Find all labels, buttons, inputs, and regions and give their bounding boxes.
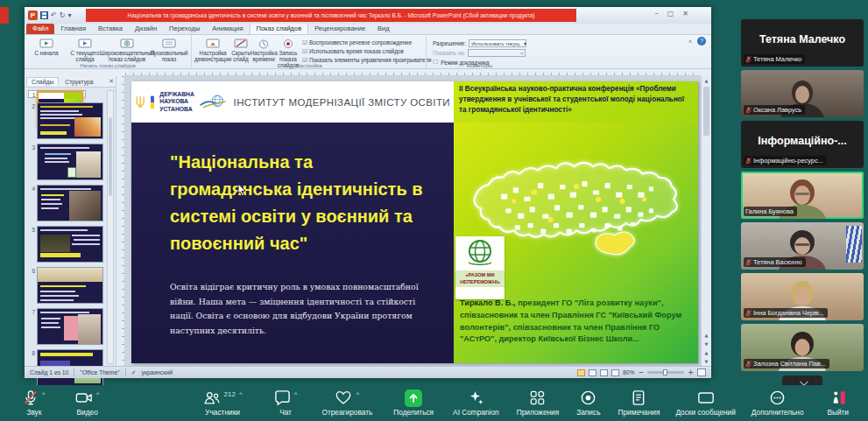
slide-sorter-view-icon[interactable] bbox=[589, 369, 596, 376]
from-beginning-button[interactable]: С начала bbox=[27, 37, 66, 61]
tab-design[interactable]: Дизайн bbox=[129, 24, 163, 34]
institute-globe-logo-icon bbox=[200, 88, 229, 117]
setup-slideshow-button[interactable]: Настройка демонстрации bbox=[194, 37, 231, 61]
tab-file[interactable]: Файл bbox=[26, 24, 54, 34]
quick-access-toolbar: P ↶ ↻ ▾ bbox=[28, 11, 71, 20]
leave-button[interactable]: Выйти bbox=[827, 389, 849, 417]
chat-button[interactable]: ^ Чат bbox=[274, 389, 298, 417]
from-current-slide-button[interactable]: С текущего слайда bbox=[66, 37, 104, 61]
audio-button[interactable]: ^ Звук bbox=[23, 389, 46, 417]
participant-tile[interactable]: Тетяна Малечко Тетяна Малечко bbox=[741, 19, 864, 67]
participants-options-caret[interactable]: ^ bbox=[239, 390, 243, 398]
group-start-slideshow: С начала С текущего слайда Широковещател… bbox=[25, 35, 191, 68]
reactions-options-caret[interactable]: ^ bbox=[356, 390, 359, 398]
language-indicator[interactable]: украинский bbox=[142, 369, 173, 375]
participants-button[interactable]: 212 ^ Участники bbox=[203, 389, 243, 417]
video-options-caret[interactable]: ^ bbox=[96, 390, 100, 398]
next-slide-icon[interactable]: ▼ bbox=[702, 357, 711, 366]
participant-tile-active-speaker[interactable]: Галина Буянова bbox=[741, 172, 864, 219]
slides-tab[interactable]: Слайды bbox=[26, 77, 59, 86]
heart-icon bbox=[335, 389, 352, 406]
help-icon[interactable]: ? bbox=[697, 37, 706, 46]
flag-backdrop bbox=[846, 226, 862, 263]
whiteboard-icon bbox=[697, 389, 715, 406]
audio-options-caret[interactable]: ^ bbox=[42, 390, 46, 398]
zoom-in-icon[interactable]: + bbox=[688, 368, 694, 376]
undo-icon[interactable]: ↶ bbox=[51, 11, 57, 19]
outline-tab[interactable]: Структура bbox=[60, 78, 97, 86]
tab-view[interactable]: Вид bbox=[371, 24, 396, 34]
slide-body-text: Освіта відіграє критичну роль в умовах п… bbox=[170, 280, 427, 339]
show-on-dropdown: ▾ bbox=[468, 49, 526, 57]
custom-slideshow-button[interactable]: Произвольный показ bbox=[150, 37, 188, 61]
fit-to-window-icon[interactable] bbox=[697, 368, 706, 376]
notes-button[interactable]: Примечания bbox=[617, 389, 660, 417]
theme-name: "Office Theme" bbox=[80, 369, 119, 375]
normal-view-icon[interactable] bbox=[577, 369, 585, 376]
slide-thumbnail-6[interactable]: 6 bbox=[28, 267, 105, 304]
more-button[interactable]: Дополнительно bbox=[752, 389, 804, 417]
reading-view-icon[interactable] bbox=[600, 369, 608, 376]
chat-options-caret[interactable]: ^ bbox=[294, 390, 298, 398]
broadcast-slideshow-button[interactable]: Широковещательный показ слайдов bbox=[104, 37, 150, 61]
slide-left-panel: "Національна та громадянська ідентичніст… bbox=[131, 123, 454, 363]
powerpoint-icon: P bbox=[28, 11, 38, 20]
checkbox-use-timings[interactable]: ☑ Использовать время показа слайдов bbox=[302, 48, 431, 55]
slide-thumbnail-2[interactable]: 2 bbox=[28, 102, 105, 139]
participant-tile[interactable]: Оксана Лаврусь bbox=[741, 70, 864, 117]
apps-button[interactable]: Приложения bbox=[517, 389, 560, 417]
tab-home[interactable]: Главная bbox=[54, 24, 92, 34]
minimize-button[interactable]: – bbox=[655, 10, 659, 18]
ribbon-tabs: Файл Главная Вставка Дизайн Переходы Ани… bbox=[25, 24, 711, 35]
slide-canvas[interactable]: ДЕРЖАВНА НАУКОВА УСТАНОВА ІНСТИТУТ МОДЕР… bbox=[131, 81, 698, 363]
collapse-ribbon-icon[interactable]: ˄ bbox=[688, 39, 692, 45]
slide-thumbnail-3[interactable]: 3 bbox=[28, 144, 105, 180]
participant-tile[interactable]: Інна Богданівна Черві... bbox=[741, 273, 864, 320]
record-slideshow-button[interactable]: Запись показа слайдов bbox=[278, 37, 299, 61]
meeting-toolbar: ^ Звук ^ Видео 212 ^ Участники bbox=[0, 385, 868, 421]
reactions-button[interactable]: ^ Отреагировать bbox=[321, 389, 372, 417]
qat-customize-icon[interactable]: ▾ bbox=[67, 11, 71, 19]
trident-emblem-icon bbox=[135, 89, 145, 116]
tab-transitions[interactable]: Переходы bbox=[163, 24, 206, 34]
participant-tile[interactable]: Тетяна Васюхно bbox=[741, 222, 864, 270]
checkbox-play-narrations[interactable]: ☑ Воспроизвести речевое сопровождение bbox=[302, 39, 431, 46]
slide-scrollbar[interactable]: ▲ ▲ ▼ ▲ ▼ bbox=[701, 76, 711, 366]
tab-insert[interactable]: Вставка bbox=[92, 24, 129, 34]
redo-icon[interactable]: ↻ bbox=[60, 11, 66, 19]
participant-tile[interactable]: Інформаційно-... Інформаційно-ресурс... bbox=[741, 121, 864, 168]
ai-companion-button[interactable]: AI Companion bbox=[453, 389, 499, 417]
panel-scrollbar[interactable] bbox=[107, 90, 114, 364]
vertical-ruler bbox=[116, 76, 125, 366]
slide-thumbnail-4[interactable]: 4 bbox=[28, 185, 105, 221]
hide-slide-button[interactable]: Скрыть слайд bbox=[231, 37, 251, 61]
participant-tile[interactable]: Залозна Світлана Пав... bbox=[741, 324, 864, 371]
slide-thumbnail-1[interactable]: 1 bbox=[28, 90, 86, 98]
powerpoint-window: P ↶ ↻ ▾ Національна та громадянська іден… bbox=[25, 7, 711, 378]
muted-mic-icon bbox=[745, 107, 752, 114]
slideshow-view-icon[interactable] bbox=[611, 369, 619, 376]
previous-slide-icon[interactable]: ▲ bbox=[702, 348, 711, 357]
record-button[interactable]: Запись bbox=[576, 389, 600, 417]
rehearse-timings-button[interactable]: Настройка времени bbox=[251, 37, 278, 61]
slide-counter: Слайд 1 из 10 bbox=[30, 369, 68, 375]
resolution-dropdown[interactable]: Использовать текущ...▾ bbox=[469, 39, 526, 47]
tab-slideshow[interactable]: Показ слайдов bbox=[250, 23, 309, 34]
close-button[interactable]: ✕ bbox=[682, 10, 688, 18]
tab-review[interactable]: Рецензирование bbox=[308, 24, 371, 34]
slide-header: ДЕРЖАВНА НАУКОВА УСТАНОВА ІНСТИТУТ МОДЕР… bbox=[131, 81, 454, 123]
share-screen-button[interactable]: Поделиться bbox=[393, 389, 434, 417]
maximize-button[interactable]: ▢ bbox=[667, 10, 674, 18]
whiteboards-button[interactable]: Доски сообщений bbox=[675, 389, 735, 417]
zoom-out-icon[interactable]: − bbox=[639, 368, 645, 376]
camera-icon bbox=[75, 389, 93, 406]
panel-close-icon[interactable]: ✕ bbox=[109, 78, 114, 85]
tab-animations[interactable]: Анимация bbox=[206, 24, 249, 34]
slide-thumbnail-7[interactable]: 7 bbox=[28, 308, 105, 345]
zoom-slider[interactable] bbox=[647, 371, 684, 374]
institute-name: ІНСТИТУТ МОДЕРНІЗАЦІЇ ЗМІСТУ ОСВІТИ bbox=[234, 97, 450, 108]
spellcheck-icon[interactable]: ✓ bbox=[131, 369, 137, 376]
video-button[interactable]: ^ Видео bbox=[75, 389, 100, 417]
slide-thumbnail-5[interactable]: 5 bbox=[28, 226, 105, 263]
save-icon[interactable] bbox=[40, 11, 48, 19]
